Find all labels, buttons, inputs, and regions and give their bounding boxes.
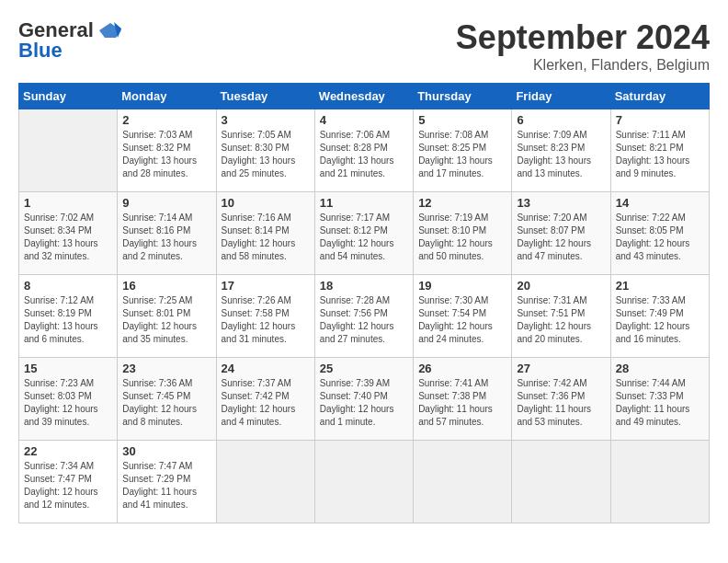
day-number: 6 [517, 113, 605, 127]
day-detail: Sunrise: 7:37 AMSunset: 7:42 PMDaylight:… [222, 377, 310, 429]
day-detail: Sunrise: 7:28 AMSunset: 7:56 PMDaylight:… [320, 294, 408, 346]
calendar-cell: 4Sunrise: 7:06 AMSunset: 8:28 PMDaylight… [314, 109, 413, 192]
day-detail: Sunrise: 7:39 AMSunset: 7:40 PMDaylight:… [320, 377, 408, 429]
day-detail: Sunrise: 7:47 AMSunset: 7:29 PMDaylight:… [122, 460, 210, 511]
calendar-cell: 14Sunrise: 7:22 AMSunset: 8:05 PMDayligh… [610, 192, 709, 275]
calendar-cell: 19Sunrise: 7:30 AMSunset: 7:54 PMDayligh… [414, 275, 512, 358]
day-number: 17 [222, 279, 310, 293]
day-detail: Sunrise: 7:05 AMSunset: 8:30 PMDaylight:… [222, 129, 310, 180]
day-number: 8 [24, 279, 112, 293]
day-detail: Sunrise: 7:08 AMSunset: 8:25 PMDaylight:… [418, 129, 506, 180]
calendar-week-row: 8Sunrise: 7:12 AMSunset: 8:19 PMDaylight… [19, 275, 710, 358]
calendar-week-row: 22Sunrise: 7:34 AMSunset: 7:47 PMDayligh… [19, 441, 710, 523]
day-detail: Sunrise: 7:44 AMSunset: 7:33 PMDaylight:… [616, 377, 704, 429]
column-header-friday: Friday [512, 84, 610, 109]
calendar-header-row: SundayMondayTuesdayWednesdayThursdayFrid… [19, 84, 710, 109]
calendar-cell [314, 441, 413, 523]
day-detail: Sunrise: 7:26 AMSunset: 7:58 PMDaylight:… [222, 294, 310, 346]
day-detail: Sunrise: 7:17 AMSunset: 8:12 PMDaylight:… [320, 212, 408, 263]
day-detail: Sunrise: 7:20 AMSunset: 8:07 PMDaylight:… [517, 212, 605, 263]
day-number: 24 [222, 362, 310, 375]
day-detail: Sunrise: 7:25 AMSunset: 8:01 PMDaylight:… [122, 294, 210, 346]
day-number: 21 [616, 279, 704, 293]
day-number: 13 [517, 196, 605, 210]
day-detail: Sunrise: 7:14 AMSunset: 8:16 PMDaylight:… [122, 212, 210, 263]
day-number: 2 [122, 113, 210, 127]
day-number: 12 [418, 196, 506, 210]
month-year: September 2024 [456, 18, 710, 57]
location: Klerken, Flanders, Belgium [456, 57, 710, 74]
day-detail: Sunrise: 7:12 AMSunset: 8:19 PMDaylight:… [24, 294, 112, 346]
title-block: September 2024 Klerken, Flanders, Belgiu… [456, 18, 710, 74]
day-number: 7 [616, 113, 704, 127]
calendar-cell: 3Sunrise: 7:05 AMSunset: 8:30 PMDaylight… [216, 109, 314, 192]
column-header-wednesday: Wednesday [314, 84, 413, 109]
day-detail: Sunrise: 7:31 AMSunset: 7:51 PMDaylight:… [517, 294, 605, 346]
logo-blue: Blue [18, 39, 63, 63]
day-detail: Sunrise: 7:19 AMSunset: 8:10 PMDaylight:… [418, 212, 506, 263]
calendar-table: SundayMondayTuesdayWednesdayThursdayFrid… [18, 83, 710, 523]
calendar-cell: 7Sunrise: 7:11 AMSunset: 8:21 PMDaylight… [610, 109, 709, 192]
day-number: 9 [122, 196, 210, 210]
day-number: 15 [24, 362, 112, 375]
calendar-cell: 15Sunrise: 7:23 AMSunset: 8:03 PMDayligh… [19, 358, 118, 441]
calendar-cell: 10Sunrise: 7:16 AMSunset: 8:14 PMDayligh… [216, 192, 314, 275]
day-detail: Sunrise: 7:09 AMSunset: 8:23 PMDaylight:… [517, 129, 605, 180]
day-number: 16 [122, 279, 210, 293]
day-detail: Sunrise: 7:33 AMSunset: 7:49 PMDaylight:… [616, 294, 704, 346]
calendar-cell: 16Sunrise: 7:25 AMSunset: 8:01 PMDayligh… [118, 275, 216, 358]
day-number: 19 [418, 279, 506, 293]
calendar-cell: 1Sunrise: 7:02 AMSunset: 8:34 PMDaylight… [19, 192, 118, 275]
day-number: 5 [418, 113, 506, 127]
day-number: 18 [320, 279, 408, 293]
day-number: 10 [222, 196, 310, 210]
calendar-cell: 18Sunrise: 7:28 AMSunset: 7:56 PMDayligh… [314, 275, 413, 358]
day-detail: Sunrise: 7:06 AMSunset: 8:28 PMDaylight:… [320, 129, 408, 180]
day-detail: Sunrise: 7:41 AMSunset: 7:38 PMDaylight:… [418, 377, 506, 429]
day-detail: Sunrise: 7:36 AMSunset: 7:45 PMDaylight:… [122, 377, 210, 429]
calendar-cell: 12Sunrise: 7:19 AMSunset: 8:10 PMDayligh… [414, 192, 512, 275]
calendar-cell: 24Sunrise: 7:37 AMSunset: 7:42 PMDayligh… [216, 358, 314, 441]
calendar-cell: 22Sunrise: 7:34 AMSunset: 7:47 PMDayligh… [19, 441, 118, 523]
day-number: 3 [222, 113, 310, 127]
day-detail: Sunrise: 7:11 AMSunset: 8:21 PMDaylight:… [616, 129, 704, 180]
day-detail: Sunrise: 7:42 AMSunset: 7:36 PMDaylight:… [517, 377, 605, 429]
calendar-cell [19, 109, 118, 192]
calendar-cell: 27Sunrise: 7:42 AMSunset: 7:36 PMDayligh… [512, 358, 610, 441]
calendar-cell: 28Sunrise: 7:44 AMSunset: 7:33 PMDayligh… [610, 358, 709, 441]
column-header-tuesday: Tuesday [216, 84, 314, 109]
day-number: 26 [418, 362, 506, 375]
column-header-sunday: Sunday [19, 84, 118, 109]
day-detail: Sunrise: 7:02 AMSunset: 8:34 PMDaylight:… [24, 212, 112, 263]
calendar-cell [216, 441, 314, 523]
calendar-cell: 5Sunrise: 7:08 AMSunset: 8:25 PMDaylight… [414, 109, 512, 192]
page-header: General Blue September 2024 Klerken, Fla… [18, 18, 710, 74]
calendar-cell: 9Sunrise: 7:14 AMSunset: 8:16 PMDaylight… [118, 192, 216, 275]
calendar-cell: 2Sunrise: 7:03 AMSunset: 8:32 PMDaylight… [118, 109, 216, 192]
calendar-cell: 11Sunrise: 7:17 AMSunset: 8:12 PMDayligh… [314, 192, 413, 275]
day-number: 20 [517, 279, 605, 293]
calendar-cell: 6Sunrise: 7:09 AMSunset: 8:23 PMDaylight… [512, 109, 610, 192]
day-detail: Sunrise: 7:23 AMSunset: 8:03 PMDaylight:… [24, 377, 112, 429]
calendar-week-row: 2Sunrise: 7:03 AMSunset: 8:32 PMDaylight… [19, 109, 710, 192]
day-number: 1 [24, 196, 112, 210]
column-header-saturday: Saturday [610, 84, 709, 109]
calendar-cell: 20Sunrise: 7:31 AMSunset: 7:51 PMDayligh… [512, 275, 610, 358]
day-number: 11 [320, 196, 408, 210]
calendar-cell: 17Sunrise: 7:26 AMSunset: 7:58 PMDayligh… [216, 275, 314, 358]
calendar-cell: 30Sunrise: 7:47 AMSunset: 7:29 PMDayligh… [118, 441, 216, 523]
day-number: 25 [320, 362, 408, 375]
calendar-cell: 25Sunrise: 7:39 AMSunset: 7:40 PMDayligh… [314, 358, 413, 441]
logo-icon [97, 21, 123, 40]
day-detail: Sunrise: 7:16 AMSunset: 8:14 PMDaylight:… [222, 212, 310, 263]
day-detail: Sunrise: 7:03 AMSunset: 8:32 PMDaylight:… [122, 129, 210, 180]
calendar-cell [512, 441, 610, 523]
day-number: 28 [616, 362, 704, 375]
day-detail: Sunrise: 7:22 AMSunset: 8:05 PMDaylight:… [616, 212, 704, 263]
column-header-thursday: Thursday [414, 84, 512, 109]
calendar-week-row: 1Sunrise: 7:02 AMSunset: 8:34 PMDaylight… [19, 192, 710, 275]
calendar-week-row: 15Sunrise: 7:23 AMSunset: 8:03 PMDayligh… [19, 358, 710, 441]
calendar-cell: 21Sunrise: 7:33 AMSunset: 7:49 PMDayligh… [610, 275, 709, 358]
calendar-cell: 8Sunrise: 7:12 AMSunset: 8:19 PMDaylight… [19, 275, 118, 358]
day-number: 30 [122, 444, 210, 458]
